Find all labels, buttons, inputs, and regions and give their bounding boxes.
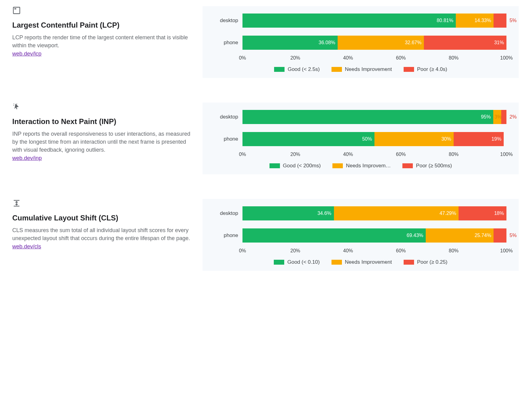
axis-tick-label: 100% — [500, 152, 513, 157]
legend-swatch-icon — [331, 67, 342, 72]
axis-tick-label: 40% — [343, 55, 353, 61]
bar-segment-needs: 14.33% — [456, 14, 494, 28]
legend-item-needs: Needs Improvement — [331, 66, 392, 72]
lcp-icon — [12, 6, 21, 15]
metric-docs-link[interactable]: web.dev/cls — [12, 243, 41, 250]
stacked-bar: 69.43%25.74%5% — [242, 228, 506, 243]
lcp-chart: desktop80.81%14.33%5%phone36.08%32.67%31… — [203, 6, 519, 78]
chart-row: desktop80.81%14.33%5% — [215, 14, 506, 28]
metric-inp-description-panel: Interaction to Next Paint (INP)INP repor… — [12, 103, 190, 161]
metric-title: Interaction to Next Paint (INP) — [12, 117, 190, 126]
bar-segment-poor: 18% — [459, 206, 506, 220]
chart-legend: Good (< 2.5s)Needs ImprovementPoor (≥ 4.… — [215, 66, 506, 72]
bar-value-label: 36.08% — [319, 40, 335, 45]
bar-segment-needs: 25.74% — [426, 228, 494, 243]
bar-segment-good: 80.81% — [242, 14, 456, 28]
legend-label: Poor (≥ 0.25) — [417, 259, 448, 265]
legend-item-poor: Poor (≥ 0.25) — [404, 259, 448, 265]
bar-segment-needs: 3% — [493, 110, 501, 124]
legend-label: Good (< 0.10) — [287, 259, 320, 265]
legend-swatch-icon — [404, 260, 414, 265]
bar-value-label: 3% — [494, 114, 502, 120]
legend-item-needs: Needs Improvement — [331, 259, 392, 265]
axis-tick-label: 80% — [449, 248, 459, 254]
stacked-bar: 95%3%2% — [242, 110, 506, 124]
cls-chart: desktop34.6%47.29%18%phone69.43%25.74%5%… — [203, 199, 519, 271]
chart-legend: Good (< 200ms)Needs Improvem…Poor (≥ 500… — [215, 163, 506, 169]
metric-lcp-description-panel: Largest Contentful Paint (LCP)LCP report… — [12, 6, 190, 57]
row-label: desktop — [215, 114, 242, 120]
axis-tick-label: 0% — [239, 248, 246, 254]
metric-docs-link[interactable]: web.dev/lcp — [12, 51, 41, 57]
legend-item-good: Good (< 200ms) — [269, 163, 321, 169]
axis-tick-label: 20% — [290, 55, 300, 61]
core-web-vitals-metrics: Largest Contentful Paint (LCP)LCP report… — [12, 6, 519, 271]
legend-swatch-icon — [332, 163, 343, 168]
axis-tick-label: 80% — [449, 55, 459, 61]
legend-label: Good (< 200ms) — [283, 163, 321, 169]
metric-title: Largest Contentful Paint (LCP) — [12, 20, 190, 30]
axis-tick-label: 60% — [396, 248, 406, 254]
svg-rect-0 — [14, 7, 20, 14]
svg-rect-1 — [14, 8, 16, 10]
axis-tick-label: 0% — [239, 55, 246, 61]
axis-tick-label: 60% — [396, 55, 406, 61]
row-label: desktop — [215, 210, 242, 216]
legend-swatch-icon — [269, 163, 280, 168]
bar-segment-good: 95% — [242, 110, 493, 124]
bar-segment-poor: 31% — [424, 36, 506, 50]
axis-tick-label: 100% — [500, 55, 513, 61]
legend-item-good: Good (< 0.10) — [274, 259, 320, 265]
legend-swatch-icon — [404, 67, 414, 72]
legend-label: Poor (≥ 500ms) — [416, 163, 452, 169]
metric-docs-link[interactable]: web.dev/inp — [12, 155, 42, 161]
chart-row: phone50%30%19% — [215, 132, 506, 146]
axis-tick-label: 0% — [239, 152, 246, 157]
bar-segment-poor: 5% — [494, 228, 506, 243]
metric-cls-description-panel: Cumulative Layout Shift (CLS)CLS measure… — [12, 199, 190, 250]
inp-icon — [12, 103, 21, 111]
legend-swatch-icon — [402, 163, 413, 168]
bar-value-label: 31% — [494, 40, 504, 45]
row-label: phone — [215, 136, 242, 142]
legend-label: Needs Improvement — [345, 259, 392, 265]
row-label: phone — [215, 40, 242, 46]
chart-row: desktop95%3%2% — [215, 110, 506, 124]
row-label: desktop — [215, 18, 242, 24]
bar-value-label: 5% — [506, 14, 517, 28]
bar-value-label: 18% — [494, 211, 504, 216]
bar-segment-needs: 32.67% — [338, 36, 424, 50]
inp-chart: desktop95%3%2%phone50%30%19%0%20%40%60%8… — [203, 103, 519, 174]
bar-value-label: 5% — [506, 228, 517, 243]
bar-segment-good: 50% — [242, 132, 374, 146]
bar-value-label: 32.67% — [405, 40, 421, 45]
bar-value-label: 14.33% — [475, 18, 491, 23]
metric-inp: Interaction to Next Paint (INP)INP repor… — [12, 103, 519, 174]
axis-tick-label: 20% — [290, 152, 300, 157]
row-label: phone — [215, 232, 242, 239]
bar-value-label: 95% — [481, 114, 491, 120]
metric-description: LCP reports the render time of the large… — [12, 33, 190, 49]
bar-segment-poor: 19% — [454, 132, 504, 146]
bar-value-label: 47.29% — [440, 211, 456, 216]
stacked-bar: 80.81%14.33%5% — [242, 14, 506, 28]
metric-cls: Cumulative Layout Shift (CLS)CLS measure… — [12, 199, 519, 271]
stacked-bar: 34.6%47.29%18% — [242, 206, 506, 220]
bar-value-label: 34.6% — [317, 211, 331, 216]
axis-tick-label: 40% — [343, 248, 353, 254]
legend-label: Good (< 2.5s) — [288, 66, 320, 72]
legend-label: Needs Improvement — [345, 66, 392, 72]
legend-item-good: Good (< 2.5s) — [274, 66, 320, 72]
legend-item-poor: Poor (≥ 500ms) — [402, 163, 452, 169]
bar-value-label: 2% — [506, 110, 517, 124]
metric-lcp: Largest Contentful Paint (LCP)LCP report… — [12, 6, 519, 78]
axis-tick-label: 60% — [396, 152, 406, 157]
axis-tick-label: 100% — [500, 248, 513, 254]
stacked-bar: 50%30%19% — [242, 132, 506, 146]
bar-segment-poor: 2% — [501, 110, 506, 124]
metric-description: CLS measures the sum total of all indivi… — [12, 226, 190, 242]
metric-title: Cumulative Layout Shift (CLS) — [12, 213, 190, 223]
chart-row: phone69.43%25.74%5% — [215, 228, 506, 243]
chart-legend: Good (< 0.10)Needs ImprovementPoor (≥ 0.… — [215, 259, 506, 265]
bar-segment-needs: 30% — [374, 132, 454, 146]
